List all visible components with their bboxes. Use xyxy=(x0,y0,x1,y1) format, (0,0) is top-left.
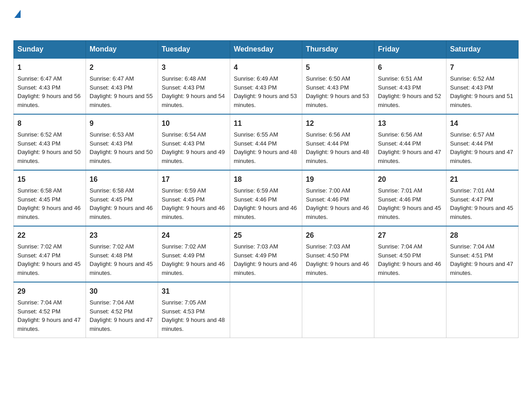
day-number: 14 xyxy=(450,118,515,129)
logo xyxy=(13,9,21,32)
calendar-day-24: 24Sunrise: 7:02 AMSunset: 4:49 PMDayligh… xyxy=(158,226,230,282)
day-info: Sunrise: 6:52 AMSunset: 4:43 PMDaylight:… xyxy=(450,75,513,108)
calendar-week-1: 1Sunrise: 6:47 AMSunset: 4:43 PMDaylight… xyxy=(14,58,519,114)
calendar-day-1: 1Sunrise: 6:47 AMSunset: 4:43 PMDaylight… xyxy=(14,58,86,114)
day-info: Sunrise: 6:49 AMSunset: 4:43 PMDaylight:… xyxy=(234,75,297,108)
day-info: Sunrise: 7:04 AMSunset: 4:52 PMDaylight:… xyxy=(90,299,153,332)
calendar-day-21: 21Sunrise: 7:01 AMSunset: 4:47 PMDayligh… xyxy=(446,170,519,226)
day-number: 9 xyxy=(90,118,154,129)
day-number: 12 xyxy=(306,118,370,129)
day-number: 8 xyxy=(17,118,82,129)
calendar-day-empty xyxy=(446,282,519,338)
day-number: 18 xyxy=(234,174,298,185)
day-number: 10 xyxy=(162,118,226,129)
day-number: 11 xyxy=(234,118,298,129)
day-number: 1 xyxy=(17,62,82,73)
page-header xyxy=(13,9,519,32)
day-number: 21 xyxy=(450,174,515,185)
day-info: Sunrise: 7:04 AMSunset: 4:52 PMDaylight:… xyxy=(17,299,81,332)
day-number: 4 xyxy=(234,62,298,73)
calendar-day-23: 23Sunrise: 7:02 AMSunset: 4:48 PMDayligh… xyxy=(86,226,158,282)
day-number: 29 xyxy=(17,286,82,297)
calendar-day-3: 3Sunrise: 6:48 AMSunset: 4:43 PMDaylight… xyxy=(158,58,230,114)
day-info: Sunrise: 7:01 AMSunset: 4:46 PMDaylight:… xyxy=(378,187,441,220)
day-info: Sunrise: 7:04 AMSunset: 4:50 PMDaylight:… xyxy=(378,243,441,276)
day-info: Sunrise: 7:02 AMSunset: 4:48 PMDaylight:… xyxy=(90,243,153,276)
column-header-sunday: Sunday xyxy=(14,41,86,59)
calendar-day-28: 28Sunrise: 7:04 AMSunset: 4:51 PMDayligh… xyxy=(446,226,519,282)
calendar-day-4: 4Sunrise: 6:49 AMSunset: 4:43 PMDaylight… xyxy=(230,58,302,114)
calendar-day-25: 25Sunrise: 7:03 AMSunset: 4:49 PMDayligh… xyxy=(230,226,302,282)
day-info: Sunrise: 6:50 AMSunset: 4:43 PMDaylight:… xyxy=(306,75,369,108)
calendar-day-30: 30Sunrise: 7:04 AMSunset: 4:52 PMDayligh… xyxy=(86,282,158,338)
calendar-day-19: 19Sunrise: 7:00 AMSunset: 4:46 PMDayligh… xyxy=(302,170,374,226)
logo-triangle-icon xyxy=(14,10,21,18)
calendar-day-2: 2Sunrise: 6:47 AMSunset: 4:43 PMDaylight… xyxy=(86,58,158,114)
day-info: Sunrise: 6:59 AMSunset: 4:45 PMDaylight:… xyxy=(162,187,225,220)
calendar-day-31: 31Sunrise: 7:05 AMSunset: 4:53 PMDayligh… xyxy=(158,282,230,338)
calendar-day-empty xyxy=(374,282,446,338)
calendar-week-2: 8Sunrise: 6:52 AMSunset: 4:43 PMDaylight… xyxy=(14,114,519,170)
day-info: Sunrise: 6:47 AMSunset: 4:43 PMDaylight:… xyxy=(17,75,81,108)
day-info: Sunrise: 6:48 AMSunset: 4:43 PMDaylight:… xyxy=(162,75,225,108)
day-info: Sunrise: 6:51 AMSunset: 4:43 PMDaylight:… xyxy=(378,75,441,108)
calendar-day-29: 29Sunrise: 7:04 AMSunset: 4:52 PMDayligh… xyxy=(14,282,86,338)
day-number: 31 xyxy=(162,286,226,297)
calendar-day-20: 20Sunrise: 7:01 AMSunset: 4:46 PMDayligh… xyxy=(374,170,446,226)
calendar-day-5: 5Sunrise: 6:50 AMSunset: 4:43 PMDaylight… xyxy=(302,58,374,114)
calendar-day-15: 15Sunrise: 6:58 AMSunset: 4:45 PMDayligh… xyxy=(14,170,86,226)
day-info: Sunrise: 6:56 AMSunset: 4:44 PMDaylight:… xyxy=(306,131,369,164)
calendar-day-14: 14Sunrise: 6:57 AMSunset: 4:44 PMDayligh… xyxy=(446,114,519,170)
day-info: Sunrise: 6:53 AMSunset: 4:43 PMDaylight:… xyxy=(90,131,153,164)
calendar-day-17: 17Sunrise: 6:59 AMSunset: 4:45 PMDayligh… xyxy=(158,170,230,226)
day-number: 30 xyxy=(90,286,154,297)
day-number: 17 xyxy=(162,174,226,185)
day-info: Sunrise: 6:57 AMSunset: 4:44 PMDaylight:… xyxy=(450,131,513,164)
day-info: Sunrise: 6:59 AMSunset: 4:46 PMDaylight:… xyxy=(234,187,297,220)
calendar-week-5: 29Sunrise: 7:04 AMSunset: 4:52 PMDayligh… xyxy=(14,282,519,338)
day-info: Sunrise: 7:00 AMSunset: 4:46 PMDaylight:… xyxy=(306,187,369,220)
calendar-day-empty xyxy=(302,282,374,338)
day-number: 13 xyxy=(378,118,442,129)
day-number: 6 xyxy=(378,62,442,73)
day-number: 20 xyxy=(378,174,442,185)
calendar-day-empty xyxy=(230,282,302,338)
day-number: 3 xyxy=(162,62,226,73)
day-number: 28 xyxy=(450,230,515,241)
column-header-tuesday: Tuesday xyxy=(158,41,230,59)
day-info: Sunrise: 6:58 AMSunset: 4:45 PMDaylight:… xyxy=(90,187,153,220)
day-number: 25 xyxy=(234,230,298,241)
calendar-day-9: 9Sunrise: 6:53 AMSunset: 4:43 PMDaylight… xyxy=(86,114,158,170)
calendar-day-13: 13Sunrise: 6:56 AMSunset: 4:44 PMDayligh… xyxy=(374,114,446,170)
calendar-day-12: 12Sunrise: 6:56 AMSunset: 4:44 PMDayligh… xyxy=(302,114,374,170)
day-info: Sunrise: 6:58 AMSunset: 4:45 PMDaylight:… xyxy=(17,187,81,220)
day-number: 15 xyxy=(17,174,82,185)
day-number: 7 xyxy=(450,62,515,73)
day-info: Sunrise: 7:02 AMSunset: 4:49 PMDaylight:… xyxy=(162,243,225,276)
day-number: 22 xyxy=(17,230,82,241)
day-info: Sunrise: 7:03 AMSunset: 4:49 PMDaylight:… xyxy=(234,243,297,276)
day-info: Sunrise: 7:04 AMSunset: 4:51 PMDaylight:… xyxy=(450,243,513,276)
calendar-day-10: 10Sunrise: 6:54 AMSunset: 4:43 PMDayligh… xyxy=(158,114,230,170)
day-number: 23 xyxy=(90,230,154,241)
day-number: 2 xyxy=(90,62,154,73)
calendar-day-11: 11Sunrise: 6:55 AMSunset: 4:44 PMDayligh… xyxy=(230,114,302,170)
calendar-day-16: 16Sunrise: 6:58 AMSunset: 4:45 PMDayligh… xyxy=(86,170,158,226)
calendar-day-18: 18Sunrise: 6:59 AMSunset: 4:46 PMDayligh… xyxy=(230,170,302,226)
column-header-friday: Friday xyxy=(374,41,446,59)
column-header-thursday: Thursday xyxy=(302,41,374,59)
day-number: 26 xyxy=(306,230,370,241)
column-header-monday: Monday xyxy=(86,41,158,59)
calendar-day-26: 26Sunrise: 7:03 AMSunset: 4:50 PMDayligh… xyxy=(302,226,374,282)
column-header-wednesday: Wednesday xyxy=(230,41,302,59)
calendar-header-row: SundayMondayTuesdayWednesdayThursdayFrid… xyxy=(14,41,519,59)
day-number: 5 xyxy=(306,62,370,73)
calendar-day-6: 6Sunrise: 6:51 AMSunset: 4:43 PMDaylight… xyxy=(374,58,446,114)
day-info: Sunrise: 7:02 AMSunset: 4:47 PMDaylight:… xyxy=(17,243,81,276)
day-number: 27 xyxy=(378,230,442,241)
day-info: Sunrise: 6:56 AMSunset: 4:44 PMDaylight:… xyxy=(378,131,441,164)
calendar-day-8: 8Sunrise: 6:52 AMSunset: 4:43 PMDaylight… xyxy=(14,114,86,170)
day-info: Sunrise: 6:54 AMSunset: 4:43 PMDaylight:… xyxy=(162,131,225,164)
day-number: 19 xyxy=(306,174,370,185)
calendar-week-4: 22Sunrise: 7:02 AMSunset: 4:47 PMDayligh… xyxy=(14,226,519,282)
